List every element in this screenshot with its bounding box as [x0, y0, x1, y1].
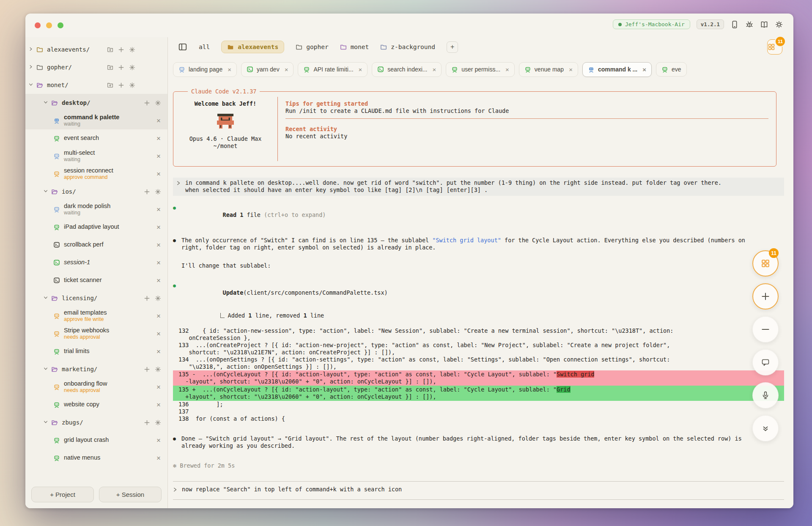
close-session-icon[interactable]: ×: [156, 259, 161, 266]
close-tab-icon[interactable]: ×: [285, 66, 288, 73]
add-session-icon[interactable]: [118, 47, 124, 53]
sparkle-icon[interactable]: [129, 47, 135, 53]
new-project-button[interactable]: + Project: [31, 487, 94, 502]
close-tab-icon[interactable]: ×: [228, 66, 231, 73]
sidebar-session-command-k-palette[interactable]: command k palette waiting ×: [25, 112, 167, 129]
close-session-icon[interactable]: ×: [156, 437, 161, 444]
comment-bubble-button[interactable]: [752, 349, 779, 375]
minimize-window-button[interactable]: [46, 22, 52, 28]
new-subfolder-icon[interactable]: [107, 64, 113, 71]
sidebar-session-grid-layout-crash[interactable]: grid layout crash ×: [25, 431, 167, 449]
new-subfolder-icon[interactable]: [107, 47, 113, 53]
add-session-icon[interactable]: [118, 82, 124, 88]
workspace-tab-gopher[interactable]: gopher: [296, 44, 328, 50]
zoom-window-button[interactable]: [58, 22, 63, 28]
sidebar-session-trial-limits[interactable]: trial limits ×: [25, 342, 167, 360]
close-session-icon[interactable]: ×: [156, 455, 161, 462]
new-session-button[interactable]: + Session: [99, 487, 162, 502]
close-session-icon[interactable]: ×: [156, 384, 161, 391]
workspace-tab-alexaevents[interactable]: alexaevents: [221, 41, 284, 53]
close-tab-icon[interactable]: ×: [505, 66, 509, 73]
sidebar-session-ipad-adaptive-layout[interactable]: iPad adaptive layout ×: [25, 218, 167, 236]
chevron-down-icon[interactable]: [43, 366, 49, 372]
close-session-icon[interactable]: ×: [156, 241, 161, 249]
sidebar-session-onboarding-flow[interactable]: onboarding flow needs approval ×: [25, 378, 167, 396]
close-session-icon[interactable]: ×: [156, 170, 161, 178]
close-tab-icon[interactable]: ×: [569, 66, 573, 73]
sidebar-session-multi-select[interactable]: multi-select waiting ×: [25, 147, 167, 165]
add-workspace-button[interactable]: +: [447, 41, 458, 53]
sidebar-folder-alexaevents[interactable]: alexaevents/: [25, 41, 167, 58]
close-tab-icon[interactable]: ×: [433, 66, 436, 73]
add-session-icon[interactable]: [144, 366, 150, 373]
session-tab-search-indexing[interactable]: search indexi... ×: [372, 62, 442, 77]
settings-gear-icon[interactable]: [775, 20, 783, 29]
add-session-icon[interactable]: [144, 295, 150, 301]
sidebar-folder-licensing[interactable]: licensing/: [25, 289, 167, 307]
workspace-tab-all[interactable]: all: [199, 44, 210, 50]
chevron-right-icon[interactable]: [28, 47, 34, 52]
sidebar-toggle-icon[interactable]: [178, 42, 187, 52]
read-tool-line[interactable]: ●Read 1 file (ctrl+o to expand): [173, 204, 784, 226]
sidebar-session-website-copy[interactable]: website copy ×: [25, 396, 167, 414]
zoom-in-button[interactable]: [752, 283, 779, 310]
sidebar-session-email-templates[interactable]: email templates approve file write ×: [25, 307, 167, 325]
chevron-down-icon[interactable]: [43, 295, 49, 301]
sidebar-session-ticket-scanner[interactable]: ticket scanner ×: [25, 271, 167, 289]
chevron-down-icon[interactable]: [43, 100, 49, 106]
close-tab-icon[interactable]: ×: [359, 66, 362, 73]
sidebar-session-session-reconnect[interactable]: session reconnect approve command ×: [25, 165, 167, 183]
permission-mode-status[interactable]: ▶▶ accept edits on (shift+tab to cycle) …: [173, 503, 784, 508]
session-tab-api-rate-limiting[interactable]: API rate limiti... ×: [298, 62, 368, 77]
close-session-icon[interactable]: ×: [156, 153, 161, 160]
session-tab-yarn-dev[interactable]: yarn dev ×: [241, 62, 294, 77]
close-session-icon[interactable]: ×: [156, 117, 161, 124]
close-session-icon[interactable]: ×: [156, 312, 161, 320]
chevron-down-icon[interactable]: [43, 189, 49, 195]
sidebar-folder-ios[interactable]: ios/: [25, 183, 167, 200]
close-session-icon[interactable]: ×: [156, 206, 161, 213]
close-session-icon[interactable]: ×: [156, 135, 161, 142]
close-session-icon[interactable]: ×: [156, 224, 161, 231]
session-tab-command-k[interactable]: command k ... ×: [582, 62, 652, 77]
sidebar-folder-desktop[interactable]: desktop/: [25, 94, 167, 112]
close-session-icon[interactable]: ×: [156, 330, 161, 337]
sparkle-icon[interactable]: [155, 419, 161, 426]
session-grid-button[interactable]: 11: [752, 250, 779, 277]
update-tool-line[interactable]: ●Update(client/src/components/CommandPal…: [173, 282, 784, 304]
session-tab-eve[interactable]: eve: [656, 62, 687, 77]
sparkle-icon[interactable]: [155, 189, 161, 195]
chevron-down-icon[interactable]: [28, 82, 34, 88]
sparkle-icon[interactable]: [129, 82, 135, 88]
add-session-icon[interactable]: [118, 64, 124, 71]
sparkle-icon[interactable]: [129, 64, 135, 71]
close-tab-icon[interactable]: ×: [642, 66, 646, 73]
close-window-button[interactable]: [35, 22, 41, 28]
microphone-button[interactable]: [752, 382, 779, 408]
sidebar-folder-marketing[interactable]: marketing/: [25, 360, 167, 378]
sidebar-session-native-menus[interactable]: native menus ×: [25, 449, 167, 467]
close-session-icon[interactable]: ×: [156, 348, 161, 355]
sidebar-session-session-1[interactable]: session-1 ×: [25, 254, 167, 271]
bug-icon[interactable]: [745, 20, 754, 29]
close-session-icon[interactable]: ×: [156, 401, 161, 408]
sidebar-folder-gopher[interactable]: gopher/: [25, 58, 167, 76]
sidebar-folder-monet[interactable]: monet/: [25, 76, 167, 94]
chevron-right-icon[interactable]: [28, 64, 34, 70]
session-tab-landing-page[interactable]: landing page ×: [173, 62, 237, 77]
session-tab-venue-map[interactable]: venue map ×: [519, 62, 578, 77]
session-tab-user-permissions[interactable]: user permiss... ×: [446, 62, 515, 77]
sidebar-session-event-search[interactable]: event search ×: [25, 129, 167, 147]
add-session-icon[interactable]: [144, 189, 150, 195]
sparkle-icon[interactable]: [155, 295, 161, 301]
sidebar-session-dark-mode-polish[interactable]: dark mode polish waiting ×: [25, 200, 167, 218]
sidebar-session-scrollback-perf[interactable]: scrollback perf ×: [25, 236, 167, 254]
sparkle-icon[interactable]: [155, 100, 161, 106]
mobile-icon[interactable]: [730, 20, 739, 29]
docs-book-icon[interactable]: [760, 20, 768, 29]
session-grid-overview-button[interactable]: 11: [767, 39, 782, 55]
chevron-down-icon[interactable]: [43, 419, 49, 425]
sidebar-folder-zbugs[interactable]: zbugs/: [25, 414, 167, 431]
workspace-tab-z-background[interactable]: z-background: [380, 44, 435, 50]
sidebar-session-stripe-webhooks[interactable]: Stripe webhooks needs approval ×: [25, 325, 167, 342]
